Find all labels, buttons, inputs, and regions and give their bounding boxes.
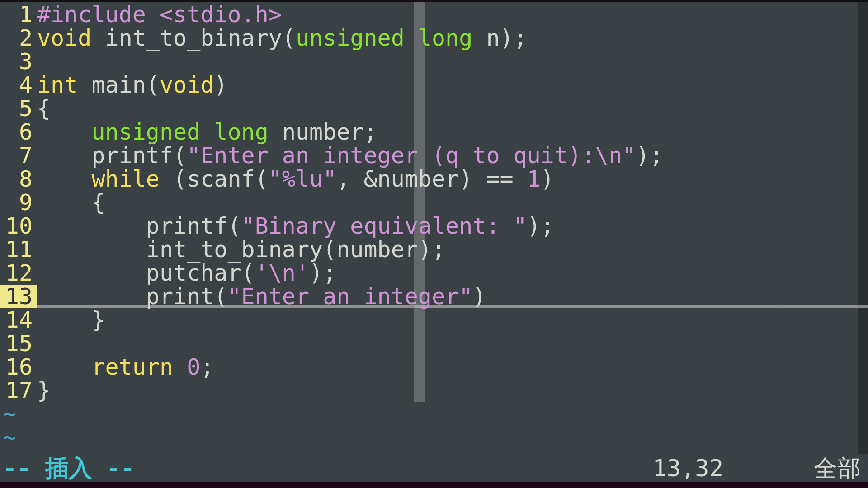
line-number: 17 [0,379,37,402]
code-line[interactable]: 2void int_to_binary(unsigned long n); [0,26,868,50]
line-number: 8 [0,167,37,191]
line-number: 2 [0,26,37,50]
code-content: print("Enter an integer") [37,285,486,308]
code-line[interactable]: 3 [0,50,868,73]
empty-line: ~ [0,426,868,449]
code-content: printf("Binary equivalent: "); [37,214,554,238]
code-line[interactable]: 16 return 0; [0,355,868,379]
line-number: 3 [0,50,37,73]
code-line[interactable]: 15 [0,332,868,355]
code-content: putchar('\n'); [37,261,336,285]
code-line[interactable]: 9 { [0,191,868,214]
code-line[interactable]: 14 } [0,308,868,332]
line-number: 10 [0,214,37,238]
code-area[interactable]: 1#include <stdio.h>2void int_to_binary(u… [0,2,868,449]
code-line[interactable]: 8 while (scanf("%lu", &number) == 1) [0,167,868,191]
code-line[interactable]: 7 printf("Enter an integer (q to quit):\… [0,144,868,167]
line-number: 15 [0,332,37,355]
line-number: 13 [0,285,37,308]
code-content: { [37,191,105,214]
bottom-strip [0,482,868,488]
scroll-percent: 全部 [814,456,861,480]
code-line[interactable]: 10 printf("Binary equivalent: "); [0,214,868,238]
line-number: 4 [0,73,37,97]
code-line[interactable]: 5{ [0,97,868,120]
line-number: 6 [0,120,37,144]
code-content: { [37,97,51,120]
code-line[interactable]: 1#include <stdio.h> [0,3,868,26]
code-content: return 0; [37,355,214,379]
line-number: 11 [0,238,37,261]
line-number: 14 [0,308,37,332]
mode-indicator: -- 插入 -- [3,456,135,480]
vim-editor[interactable]: 1#include <stdio.h>2void int_to_binary(u… [0,0,868,488]
cursor-position: 13,32 [652,456,723,480]
code-content: printf("Enter an integer (q to quit):\n"… [37,144,663,167]
code-line[interactable]: 17} [0,379,868,402]
code-content: int_to_binary(number); [37,238,445,261]
line-number: 5 [0,97,37,120]
line-number: 9 [0,191,37,214]
code-content: #include <stdio.h> [37,3,282,26]
line-number: 1 [0,3,37,26]
code-line[interactable]: 11 int_to_binary(number); [0,238,868,261]
code-content: while (scanf("%lu", &number) == 1) [37,167,554,191]
code-line[interactable]: 4int main(void) [0,73,868,97]
code-content: } [37,308,105,332]
code-line[interactable]: 6 unsigned long number; [0,120,868,144]
status-bar: -- 插入 -- 13,32 全部 [0,455,868,482]
empty-line: ~ [0,402,868,426]
line-number: 7 [0,144,37,167]
code-content: int main(void) [37,73,227,97]
code-line[interactable]: 12 putchar('\n'); [0,261,868,285]
code-line[interactable]: 13 print("Enter an integer") [0,285,868,308]
code-content: unsigned long number; [37,120,377,144]
line-number: 16 [0,355,37,379]
line-number: 12 [0,261,37,285]
code-content: void int_to_binary(unsigned long n); [37,26,527,50]
code-content: } [37,379,51,402]
